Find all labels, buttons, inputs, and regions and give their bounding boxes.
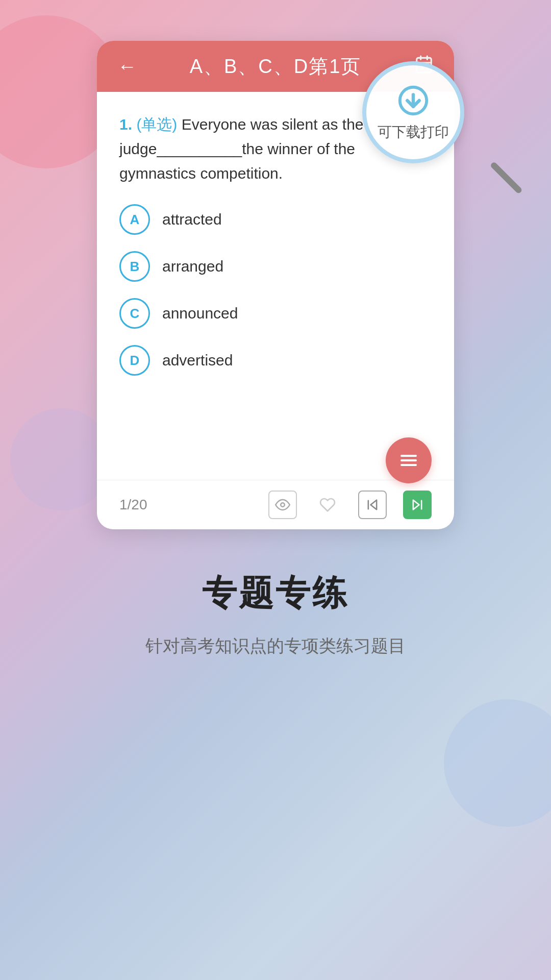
back-button[interactable]: ← (117, 56, 137, 78)
page-title: A、B、C、D第1页 (190, 54, 362, 80)
bottom-subtitle: 针对高考知识点的专项类练习题目 (145, 632, 406, 659)
option-c-text: announced (162, 305, 238, 322)
favorite-button[interactable] (313, 491, 342, 519)
bottom-bar: 1/20 (97, 480, 454, 529)
menu-icon (400, 455, 417, 466)
option-d-circle: D (119, 345, 150, 376)
magnifier-tooltip: 可下载打印 (362, 61, 485, 184)
bottom-title: 专题专练 (145, 570, 406, 617)
prev-button[interactable] (358, 491, 387, 519)
option-b-circle: B (119, 251, 150, 282)
magnifier-circle: 可下载打印 (362, 61, 464, 163)
option-d[interactable]: D advertised (119, 345, 432, 376)
option-b-text: arranged (162, 258, 223, 275)
question-type: (单选) (136, 116, 177, 133)
magnifier-label: 可下载打印 (378, 122, 449, 142)
svg-marker-10 (371, 500, 377, 510)
options-list: A attracted B arranged C announced D (119, 204, 432, 376)
next-button[interactable] (403, 491, 432, 519)
bottom-section: 专题专练 针对高考知识点的专项类练习题目 (105, 570, 446, 659)
header-bar: ← A、B、C、D第1页 (97, 41, 454, 92)
page-count: 1/20 (119, 497, 147, 513)
option-a-text: attracted (162, 211, 222, 228)
option-d-text: advertised (162, 352, 233, 369)
bottom-actions (268, 491, 432, 519)
svg-marker-12 (413, 500, 419, 510)
eye-button[interactable] (268, 491, 297, 519)
option-a[interactable]: A attracted (119, 204, 432, 235)
magnifier-handle (490, 161, 523, 194)
option-c-circle: C (119, 298, 150, 329)
svg-point-9 (281, 503, 285, 507)
phone-card: ← A、B、C、D第1页 (97, 41, 454, 529)
option-a-circle: A (119, 204, 150, 235)
option-c[interactable]: C announced (119, 298, 432, 329)
fab-menu-button[interactable] (386, 437, 432, 483)
question-number: 1. (119, 116, 132, 133)
option-b[interactable]: B arranged (119, 251, 432, 282)
